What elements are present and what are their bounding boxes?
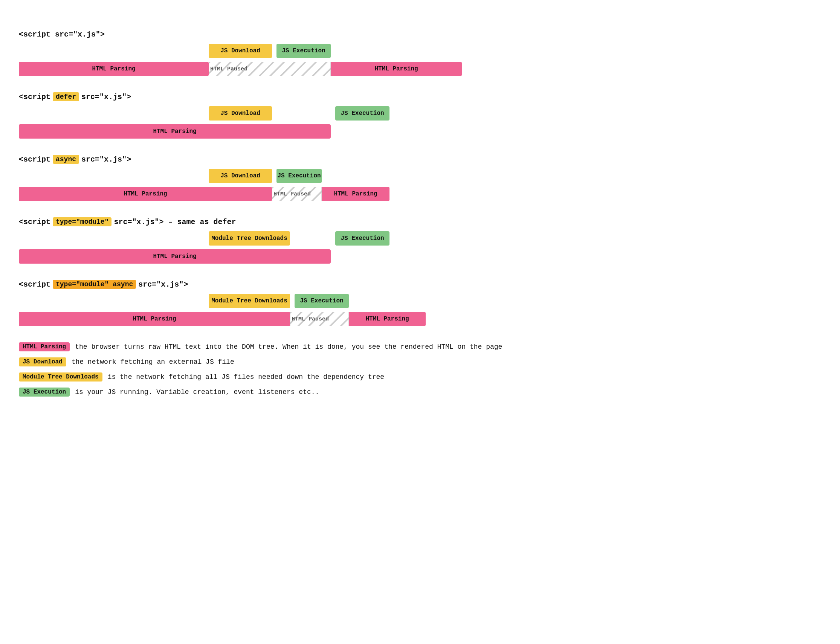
paused-bar-0-1-1: HTML Paused (209, 62, 331, 76)
label-text: src="x.js"> (81, 155, 131, 164)
bar-0-1-2: HTML Parsing (331, 62, 462, 76)
bar-4-0-0: Module Tree Downloads (209, 294, 290, 308)
timeline-container-4: Module Tree DownloadsJS ExecutionHTML Pa… (19, 292, 471, 327)
timeline-container-3: Module Tree DownloadsJS ExecutionHTML Pa… (19, 230, 471, 265)
label-text: src="x.js"> (81, 93, 131, 101)
bar-2-0-1: JS Execution (276, 169, 322, 183)
label-highlight: async (53, 155, 79, 164)
label-text: <script (19, 280, 51, 289)
label-highlight: defer (53, 92, 79, 101)
timeline-container-1: JS DownloadJS ExecutionHTML Parsing (19, 105, 471, 140)
timeline-row-1-1: HTML Parsing (19, 123, 471, 140)
label-highlight: type="module" async (53, 280, 136, 289)
bar-3-0-0: Module Tree Downloads (209, 231, 290, 246)
bar-4-1-2: HTML Parsing (349, 312, 426, 326)
script-label-3: <script type="module" src="x.js"> – same… (19, 217, 821, 226)
timeline-row-0-0: JS DownloadJS Execution (19, 43, 471, 59)
legend-item-0: HTML Parsingthe browser turns raw HTML t… (19, 342, 821, 352)
legend-badge-2: Module Tree Downloads (19, 373, 102, 381)
timeline-container-2: JS DownloadJS ExecutionHTML Parsing HTML… (19, 168, 471, 202)
timeline-row-2-1: HTML Parsing HTML PausedHTML Parsing (19, 186, 471, 202)
legend-text-2: is the network fetching all JS files nee… (108, 373, 385, 381)
timeline-row-1-0: JS DownloadJS Execution (19, 105, 471, 122)
legend-item-1: JS Downloadthe network fetching an exter… (19, 357, 821, 366)
bar-3-0-1: JS Execution (335, 231, 390, 246)
script-label-0: <script src="x.js"> (19, 30, 821, 39)
label-text: src="x.js"> – same as defer (114, 218, 236, 226)
section-section4: <script type="module" src="x.js"> – same… (19, 217, 821, 265)
timeline-row-4-0: Module Tree DownloadsJS Execution (19, 292, 471, 309)
bar-4-0-1: JS Execution (294, 294, 349, 308)
timeline-container-0: JS DownloadJS ExecutionHTML Parsing HTML… (19, 43, 471, 77)
legend-badge-0: HTML Parsing (19, 342, 70, 352)
timeline-row-3-0: Module Tree DownloadsJS Execution (19, 230, 471, 247)
section-section3: <script async src="x.js">JS DownloadJS E… (19, 155, 821, 202)
label-text: <script src="x.js"> (19, 30, 105, 39)
bar-0-0-1: JS Execution (276, 44, 331, 58)
timeline-row-0-1: HTML Parsing HTML PausedHTML Parsing (19, 61, 471, 77)
label-text: <script (19, 155, 51, 164)
script-label-1: <script defer src="x.js"> (19, 92, 821, 101)
legend-badge-1: JS Download (19, 357, 66, 366)
bar-2-1-2: HTML Parsing (322, 187, 390, 201)
bar-1-0-0: JS Download (209, 106, 272, 120)
legend-badge-3: JS Execution (19, 388, 70, 397)
section-section1: <script src="x.js">JS DownloadJS Executi… (19, 30, 821, 77)
legend-text-0: the browser turns raw HTML text into the… (75, 342, 502, 351)
bar-0-1-0: HTML Parsing (19, 62, 209, 76)
bar-2-0-0: JS Download (209, 169, 272, 183)
section-section2: <script defer src="x.js">JS DownloadJS E… (19, 92, 821, 140)
legend-item-2: Module Tree Downloadsis the network fetc… (19, 373, 821, 381)
label-highlight: type="module" (53, 217, 112, 226)
label-text: <script (19, 93, 51, 101)
script-label-4: <script type="module" async src="x.js"> (19, 280, 821, 289)
bar-3-1-0: HTML Parsing (19, 249, 331, 264)
bar-2-1-0: HTML Parsing (19, 187, 272, 201)
paused-bar-2-1-1: HTML Paused (272, 187, 322, 201)
timeline-row-4-1: HTML Parsing HTML PausedHTML Parsing (19, 311, 471, 327)
legend-text-1: the network fetching an external JS file (72, 357, 234, 366)
legend-text-3: is your JS running. Variable creation, e… (75, 388, 319, 396)
label-text: src="x.js"> (138, 280, 188, 289)
timeline-row-2-0: JS DownloadJS Execution (19, 168, 471, 184)
script-label-2: <script async src="x.js"> (19, 155, 821, 164)
bar-0-0-0: JS Download (209, 44, 272, 58)
paused-bar-4-1-1: HTML Paused (290, 312, 349, 326)
section-section5: <script type="module" async src="x.js">M… (19, 280, 821, 327)
bar-4-1-0: HTML Parsing (19, 312, 290, 326)
bar-1-1-0: HTML Parsing (19, 124, 331, 139)
legend-item-3: JS Executionis your JS running. Variable… (19, 388, 821, 397)
timeline-row-3-1: HTML Parsing (19, 248, 471, 265)
bar-1-0-1: JS Execution (335, 106, 390, 120)
legend-section: HTML Parsingthe browser turns raw HTML t… (19, 342, 821, 397)
label-text: <script (19, 218, 51, 226)
